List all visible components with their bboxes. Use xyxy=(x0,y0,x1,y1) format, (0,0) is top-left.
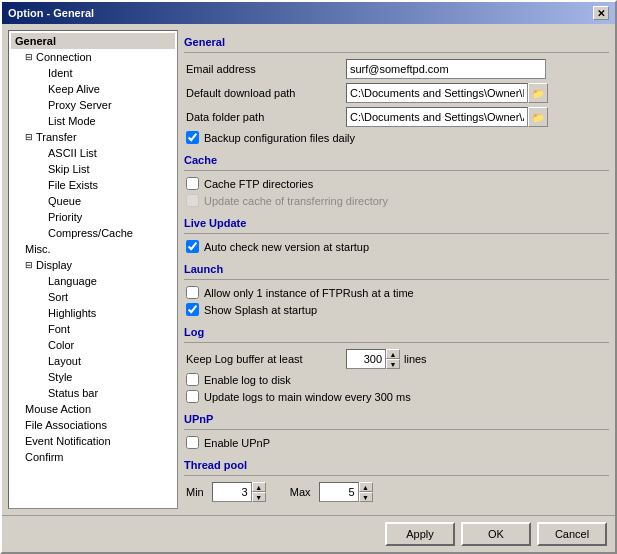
keep-log-suffix: lines xyxy=(404,353,427,365)
cancel-button[interactable]: Cancel xyxy=(537,522,607,546)
cache-ftp-checkbox[interactable] xyxy=(186,177,199,190)
threadpool-max-down-button[interactable]: ▼ xyxy=(359,492,373,502)
datafolder-input[interactable] xyxy=(346,107,528,127)
sidebar-item-skiplist[interactable]: Skip List xyxy=(11,161,175,177)
threadpool-max-up-button[interactable]: ▲ xyxy=(359,482,373,492)
cache-divider xyxy=(184,170,609,171)
sidebar-item-fileexists[interactable]: File Exists xyxy=(11,177,175,193)
sidebar-item-ident[interactable]: Ident xyxy=(11,65,175,81)
single-instance-row: Allow only 1 instance of FTPRush at a ti… xyxy=(184,286,609,299)
threadpool-min-up-button[interactable]: ▲ xyxy=(252,482,266,492)
keep-log-up-button[interactable]: ▲ xyxy=(386,349,400,359)
sidebar-item-confirm[interactable]: Confirm xyxy=(11,449,175,465)
expand-icon: ⊟ xyxy=(25,260,33,270)
keep-log-input[interactable] xyxy=(346,349,386,369)
email-label: Email address xyxy=(186,63,346,75)
keep-log-label: Keep Log buffer at least xyxy=(186,353,346,365)
single-instance-checkbox[interactable] xyxy=(186,286,199,299)
sidebar-item-label: Display xyxy=(36,259,72,271)
keep-log-spinner: ▲ ▼ xyxy=(346,349,400,369)
download-path-browse-button[interactable]: 📁 xyxy=(528,83,548,103)
auto-check-checkbox[interactable] xyxy=(186,240,199,253)
sidebar-item-listmode[interactable]: List Mode xyxy=(11,113,175,129)
sidebar-item-label: Queue xyxy=(48,195,81,207)
single-instance-label: Allow only 1 instance of FTPRush at a ti… xyxy=(204,287,414,299)
cache-ftp-row: Cache FTP directories xyxy=(184,177,609,190)
datafolder-input-group: 📁 xyxy=(346,107,548,127)
sidebar-item-label: Mouse Action xyxy=(25,403,91,415)
threadpool-max-label: Max xyxy=(290,486,311,498)
enable-upnp-checkbox[interactable] xyxy=(186,436,199,449)
expand-icon: ⊟ xyxy=(25,132,33,142)
enable-disk-row: Enable log to disk xyxy=(184,373,609,386)
sidebar-item-queue[interactable]: Queue xyxy=(11,193,175,209)
keep-log-down-button[interactable]: ▼ xyxy=(386,359,400,369)
email-input[interactable] xyxy=(346,59,546,79)
download-path-input[interactable] xyxy=(346,83,528,103)
sidebar-item-connection[interactable]: ⊟Connection xyxy=(11,49,175,65)
threadpool-max-spinner-buttons: ▲ ▼ xyxy=(359,482,373,502)
download-path-row: Default download path 📁 xyxy=(184,83,609,103)
threadpool-max-input[interactable] xyxy=(319,482,359,502)
sidebar-item-general[interactable]: General xyxy=(11,33,175,49)
update-logs-row: Update logs to main window every 300 ms xyxy=(184,390,609,403)
sidebar-item-keepalive[interactable]: Keep Alive xyxy=(11,81,175,97)
sidebar-item-priority[interactable]: Priority xyxy=(11,209,175,225)
cache-ftp-label: Cache FTP directories xyxy=(204,178,313,190)
sidebar-item-label: File Associations xyxy=(25,419,107,431)
sidebar-item-label: Highlights xyxy=(48,307,96,319)
close-button[interactable]: ✕ xyxy=(593,6,609,20)
threadpool-min-input[interactable] xyxy=(212,482,252,502)
upnp-section-header: UPnP xyxy=(184,413,609,425)
sidebar-item-color[interactable]: Color xyxy=(11,337,175,353)
sidebar-item-statusbar[interactable]: Status bar xyxy=(11,385,175,401)
sidebar-item-misc[interactable]: Misc. xyxy=(11,241,175,257)
sidebar-item-label: General xyxy=(15,35,56,47)
update-logs-checkbox[interactable] xyxy=(186,390,199,403)
option-window: Option - General ✕ General⊟ConnectionIde… xyxy=(0,0,617,554)
sidebar-item-label: Event Notification xyxy=(25,435,111,447)
sidebar-item-sort[interactable]: Sort xyxy=(11,289,175,305)
apply-button[interactable]: Apply xyxy=(385,522,455,546)
sidebar-item-language[interactable]: Language xyxy=(11,273,175,289)
sidebar-item-proxyserver[interactable]: Proxy Server xyxy=(11,97,175,113)
sidebar-item-label: Misc. xyxy=(25,243,51,255)
backup-checkbox[interactable] xyxy=(186,131,199,144)
keep-log-row: Keep Log buffer at least ▲ ▼ lines xyxy=(184,349,609,369)
sidebar-item-eventnotif[interactable]: Event Notification xyxy=(11,433,175,449)
update-cache-checkbox[interactable] xyxy=(186,194,199,207)
threadpool-min-label: Min xyxy=(186,486,204,498)
sidebar: General⊟ConnectionIdentKeep AliveProxy S… xyxy=(8,30,178,509)
sidebar-item-display[interactable]: ⊟Display xyxy=(11,257,175,273)
sidebar-item-label: Skip List xyxy=(48,163,90,175)
auto-check-row: Auto check new version at startup xyxy=(184,240,609,253)
sidebar-item-label: Style xyxy=(48,371,72,383)
content-area: General⊟ConnectionIdentKeep AliveProxy S… xyxy=(2,24,615,515)
enable-disk-checkbox[interactable] xyxy=(186,373,199,386)
threadpool-section-header: Thread pool xyxy=(184,459,609,471)
datafolder-row: Data folder path 📁 xyxy=(184,107,609,127)
splash-checkbox[interactable] xyxy=(186,303,199,316)
log-divider xyxy=(184,342,609,343)
ok-button[interactable]: OK xyxy=(461,522,531,546)
update-cache-row: Update cache of transferring directory xyxy=(184,194,609,207)
bottom-bar: Apply OK Cancel xyxy=(2,515,615,552)
threadpool-max-spinner: ▲ ▼ xyxy=(319,482,373,502)
sidebar-item-fileassoc[interactable]: File Associations xyxy=(11,417,175,433)
sidebar-item-transfer[interactable]: ⊟Transfer xyxy=(11,129,175,145)
sidebar-item-label: Confirm xyxy=(25,451,64,463)
sidebar-item-asciilist[interactable]: ASCII List xyxy=(11,145,175,161)
sidebar-item-compresscache[interactable]: Compress/Cache xyxy=(11,225,175,241)
threadpool-min-down-button[interactable]: ▼ xyxy=(252,492,266,502)
sidebar-item-mouseaction[interactable]: Mouse Action xyxy=(11,401,175,417)
sidebar-item-font[interactable]: Font xyxy=(11,321,175,337)
download-path-input-group: 📁 xyxy=(346,83,548,103)
datafolder-browse-button[interactable]: 📁 xyxy=(528,107,548,127)
sidebar-item-highlights[interactable]: Highlights xyxy=(11,305,175,321)
sidebar-item-style[interactable]: Style xyxy=(11,369,175,385)
auto-check-label: Auto check new version at startup xyxy=(204,241,369,253)
sidebar-item-layout[interactable]: Layout xyxy=(11,353,175,369)
sidebar-item-label: Priority xyxy=(48,211,82,223)
update-logs-label: Update logs to main window every 300 ms xyxy=(204,391,411,403)
general-divider xyxy=(184,52,609,53)
